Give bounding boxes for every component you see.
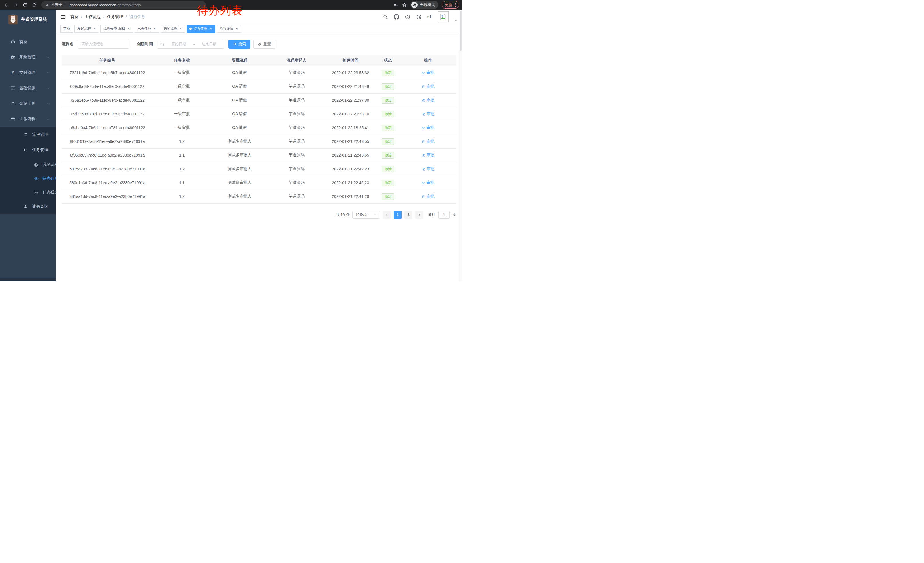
sidebar-item-任务管理[interactable]: 任务管理 (0, 142, 56, 158)
font-size-icon[interactable]: TT (427, 14, 432, 20)
sidebar-item-流程管理[interactable]: 流程管理 (0, 127, 56, 142)
cell-process: OA 请假 (211, 66, 268, 80)
sidebar-collapse-icon[interactable] (60, 14, 66, 20)
cell-task-id: 8f059c03-7ac8-11ec-a9e2-a2380e71991a (62, 148, 153, 162)
approve-link[interactable]: 审批 (422, 98, 435, 103)
breadcrumb-item: 待办任务 (129, 14, 146, 20)
end-date-placeholder: 结束日期 (197, 42, 221, 47)
sidebar-item-待办任务[interactable]: 待办任务 (0, 171, 56, 185)
tab-流程表单-编辑[interactable]: 流程表单-编辑× (100, 25, 133, 33)
github-icon[interactable] (394, 14, 399, 20)
cell-process: OA 请假 (211, 107, 268, 121)
cell-created: 2022-01-21 22:42:23 (324, 176, 376, 189)
breadcrumb: 首页/工作流程/任务管理/待办任务 (70, 14, 146, 20)
status-badge: 激活 (382, 166, 394, 173)
cell-initiator: 芋道源码 (268, 148, 325, 162)
tab-close-icon[interactable]: × (235, 27, 238, 31)
cell-task-name: 1.2 (153, 135, 211, 148)
approve-link[interactable]: 审批 (422, 84, 435, 89)
cell-task-name: 1.2 (153, 189, 211, 203)
page-unit-label: 页 (453, 212, 456, 217)
process-name-input[interactable]: 请输入流程名 (78, 39, 129, 49)
next-page-button[interactable] (416, 211, 423, 219)
sidebar-item-支付管理[interactable]: ¥支付管理 (0, 65, 56, 81)
approve-link[interactable]: 审批 (422, 111, 435, 117)
approve-link[interactable]: 审批 (422, 194, 435, 199)
update-label: 更新 (445, 2, 452, 8)
incognito-badge[interactable]: 无痕模式 (411, 1, 438, 9)
status-badge: 激活 (382, 180, 394, 186)
status-badge: 激活 (382, 125, 394, 131)
sidebar-logo-row[interactable]: 芋道管理系统 (0, 12, 56, 27)
tab-首页[interactable]: 首页 (60, 25, 73, 33)
tab-close-icon[interactable]: × (93, 27, 96, 31)
browser-menu-dots-icon[interactable] (455, 3, 456, 7)
cell-process: 测试多审批人 (211, 189, 268, 203)
sidebar-item-已办任务[interactable]: 已办任务 (0, 185, 56, 199)
sidebar-item-系统管理[interactable]: 系统管理 (0, 50, 56, 65)
update-button[interactable]: 更新 (442, 1, 459, 9)
sidebar-item-研发工具[interactable]: 研发工具 (0, 96, 56, 111)
tab-close-icon[interactable]: × (153, 27, 156, 31)
tab-待办任务[interactable]: 待办任务× (187, 25, 215, 33)
reset-button[interactable]: 重置 (254, 39, 275, 49)
approve-link[interactable]: 审批 (422, 125, 435, 130)
avatar[interactable] (438, 12, 448, 23)
cell-task-id: 73211d9d-7b9b-11ec-b5b7-acde48001122 (62, 66, 153, 80)
status-badge: 激活 (382, 152, 394, 159)
sidebar-item-请假查询[interactable]: 请假查询 (0, 199, 56, 215)
sidebar-item-我的流程[interactable]: 我的流程 (0, 158, 56, 171)
browser-home-button[interactable] (30, 1, 38, 9)
page-button-2[interactable]: 2 (405, 211, 412, 219)
table-column-header: 所属流程 (211, 55, 268, 66)
table-row: 580e1b3d-7ac8-11ec-a9e2-a2380e71991a1.1测… (62, 176, 456, 189)
chevron-down-icon (46, 87, 50, 90)
breadcrumb-item[interactable]: 任务管理 (107, 14, 123, 20)
date-range-picker[interactable]: 开始日期 - 结束日期 (157, 39, 224, 49)
password-key-icon[interactable] (393, 2, 399, 8)
search-button[interactable]: 搜索 (228, 39, 250, 49)
breadcrumb-item[interactable]: 首页 (70, 14, 78, 20)
cell-initiator: 芋道源码 (268, 80, 325, 93)
table-row: 75d72608-7b7f-11ec-a3c8-acde48001122一级审批… (62, 107, 456, 121)
breadcrumb-item[interactable]: 工作流程 (85, 14, 101, 20)
tab-发起流程[interactable]: 发起流程× (74, 25, 99, 33)
approve-link[interactable]: 审批 (422, 180, 435, 185)
fullscreen-icon[interactable] (416, 14, 422, 20)
tab-我的流程[interactable]: 我的流程× (160, 25, 185, 33)
goto-page-input[interactable]: 1 (438, 211, 450, 219)
search-icon[interactable] (383, 14, 388, 20)
approve-link[interactable]: 审批 (422, 70, 435, 75)
approve-link[interactable]: 审批 (422, 153, 435, 158)
app-title: 芋道管理系统 (21, 17, 47, 23)
goto-label: 前往 (428, 212, 435, 217)
address-bar[interactable]: 不安全 dashboard.yudao.iocoder.cn/bpm/task/… (41, 1, 206, 9)
page-size-select[interactable]: 10条/页 (352, 211, 380, 219)
cell-initiator: 芋道源码 (268, 135, 325, 148)
tab-close-icon[interactable]: × (127, 27, 130, 31)
caret-down-icon[interactable] (454, 19, 458, 23)
tab-已办任务[interactable]: 已办任务× (135, 25, 159, 33)
sidebar-item-基础设施[interactable]: 基础设施 (0, 81, 56, 96)
browser-reload-button[interactable] (21, 1, 28, 9)
tab-close-icon[interactable]: × (179, 27, 182, 31)
page-scrollbar[interactable] (459, 10, 462, 281)
sidebar-item-工作流程[interactable]: 工作流程 (0, 111, 56, 127)
browser-forward-button[interactable] (12, 1, 20, 9)
table-column-header: 操作 (399, 55, 456, 66)
not-secure-warning-icon (45, 3, 49, 7)
tab-close-icon[interactable]: × (209, 27, 212, 31)
approve-link[interactable]: 审批 (422, 139, 435, 144)
bookmark-star-icon[interactable] (402, 2, 407, 8)
cell-task-id: 381aa1dd-7ac8-11ec-a9e2-a2380e71991a (62, 189, 153, 203)
approve-link[interactable]: 审批 (422, 167, 435, 171)
eye-closed-icon (34, 190, 39, 195)
help-question-icon[interactable] (405, 14, 411, 20)
tab-流程详情[interactable]: 流程详情× (217, 25, 241, 33)
prev-page-button[interactable] (383, 211, 391, 219)
scrollbar-thumb[interactable] (460, 11, 462, 51)
status-badge: 激活 (382, 193, 394, 200)
browser-back-button[interactable] (3, 1, 10, 9)
sidebar-item-首页[interactable]: 首页 (0, 34, 56, 50)
page-button-1[interactable]: 1 (394, 211, 402, 219)
